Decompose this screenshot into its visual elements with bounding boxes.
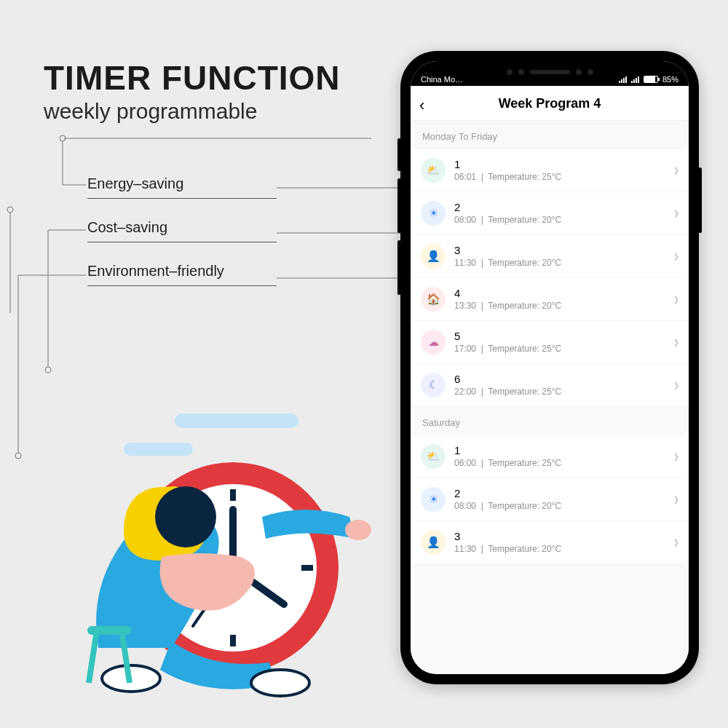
row-detail: 22:00 | Temperature: 25°C xyxy=(454,387,665,397)
cloud-icon: ☁ xyxy=(421,330,446,355)
svg-point-16 xyxy=(155,486,216,547)
row-number: 4 xyxy=(454,288,665,300)
row-number: 5 xyxy=(454,331,665,343)
back-button[interactable]: ‹ xyxy=(419,96,424,115)
row-number: 6 xyxy=(454,373,665,386)
row-number: 1 xyxy=(454,445,665,457)
schedule-row[interactable]: ☾ 6 22:00 | Temperature: 25°C › xyxy=(411,364,689,407)
hero-title: TIMER FUNCTION xyxy=(44,58,341,98)
phone-screen: China Mo… 85% ‹ Week Program 4 Monday To… xyxy=(411,61,689,674)
schedule-row[interactable]: ☀ 2 08:00 | Temperature: 20°C › xyxy=(411,478,689,521)
schedule-list[interactable]: Monday To Friday ⛅ 1 06:01 | Temperature… xyxy=(411,121,689,674)
page-title: Week Program 4 xyxy=(499,96,601,111)
row-number: 2 xyxy=(454,488,665,500)
sun-icon: ☀ xyxy=(421,201,446,226)
svg-rect-20 xyxy=(87,626,131,635)
bullet-energy: Energy–saving xyxy=(87,171,277,199)
svg-point-19 xyxy=(251,670,309,696)
chevron-right-icon: › xyxy=(674,446,678,467)
schedule-row[interactable]: ☀ 2 08:00 | Temperature: 20°C › xyxy=(411,192,689,235)
schedule-row[interactable]: ⛅ 1 06:00 | Temperature: 25°C › xyxy=(411,435,689,478)
svg-point-0 xyxy=(60,135,66,141)
sunrise-icon: ⛅ xyxy=(421,444,446,469)
schedule-row[interactable]: 👤 3 11:30 | Temperature: 20°C › xyxy=(411,235,689,278)
hero-subtitle: weekly programmable xyxy=(44,99,341,124)
section-header: Monday To Friday xyxy=(411,121,689,149)
feature-bullets: Energy–saving Cost–saving Environment–fr… xyxy=(87,171,277,302)
schedule-row[interactable]: ⛅ 1 06:01 | Temperature: 25°C › xyxy=(411,149,689,192)
row-detail: 08:00 | Temperature: 20°C xyxy=(454,501,665,511)
row-detail: 06:01 | Temperature: 25°C xyxy=(454,172,665,182)
svg-point-2 xyxy=(15,453,21,459)
chevron-right-icon: › xyxy=(674,245,678,266)
svg-point-3 xyxy=(7,207,13,213)
row-detail: 11:30 | Temperature: 20°C xyxy=(454,544,665,554)
row-number: 1 xyxy=(454,159,665,171)
chevron-right-icon: › xyxy=(674,159,678,181)
moon-icon: ☾ xyxy=(421,373,446,397)
row-number: 3 xyxy=(454,531,665,543)
svg-rect-15 xyxy=(301,565,313,571)
row-detail: 11:30 | Temperature: 20°C xyxy=(454,258,665,268)
bullet-cost: Cost–saving xyxy=(87,215,277,242)
svg-line-21 xyxy=(89,635,96,683)
schedule-row[interactable]: 🏠 4 13:30 | Temperature: 20°C › xyxy=(411,278,689,321)
row-number: 3 xyxy=(454,245,665,257)
navbar: ‹ Week Program 4 xyxy=(411,86,689,121)
chevron-right-icon: › xyxy=(674,331,678,352)
row-number: 2 xyxy=(454,202,665,214)
svg-point-1 xyxy=(45,367,51,373)
chevron-right-icon: › xyxy=(674,202,678,223)
svg-rect-5 xyxy=(124,443,193,456)
phone-side-button xyxy=(698,167,702,233)
svg-rect-13 xyxy=(230,635,236,646)
person-icon: 👤 xyxy=(421,530,446,555)
row-detail: 13:30 | Temperature: 20°C xyxy=(454,301,665,311)
schedule-row[interactable]: 👤 3 11:30 | Temperature: 20°C › xyxy=(411,521,689,564)
chevron-right-icon: › xyxy=(674,288,678,309)
svg-point-17 xyxy=(345,520,371,540)
schedule-row[interactable]: ☁ 5 17:00 | Temperature: 25°C › xyxy=(411,321,689,364)
row-detail: 06:00 | Temperature: 25°C xyxy=(454,458,665,468)
phone-side-button xyxy=(397,240,401,295)
clock-illustration xyxy=(44,408,371,699)
battery-icon xyxy=(644,76,658,83)
chevron-right-icon: › xyxy=(674,531,678,553)
sunrise-icon: ⛅ xyxy=(421,158,446,183)
bullet-environment: Environment–friendly xyxy=(87,258,277,286)
chevron-right-icon: › xyxy=(674,374,678,395)
phone-mockup: China Mo… 85% ‹ Week Program 4 Monday To… xyxy=(400,51,699,684)
row-detail: 17:00 | Temperature: 25°C xyxy=(454,344,665,354)
svg-rect-12 xyxy=(230,489,236,501)
home-icon: 🏠 xyxy=(421,287,446,312)
phone-side-button xyxy=(397,138,401,171)
svg-rect-4 xyxy=(175,414,298,428)
phone-side-button xyxy=(397,178,401,233)
section-header: Saturday xyxy=(411,407,689,435)
sun-icon: ☀ xyxy=(421,487,446,512)
person-icon: 👤 xyxy=(421,244,446,269)
chevron-right-icon: › xyxy=(674,488,678,510)
row-detail: 08:00 | Temperature: 20°C xyxy=(454,215,665,225)
hero-headline: TIMER FUNCTION weekly programmable xyxy=(44,58,341,124)
